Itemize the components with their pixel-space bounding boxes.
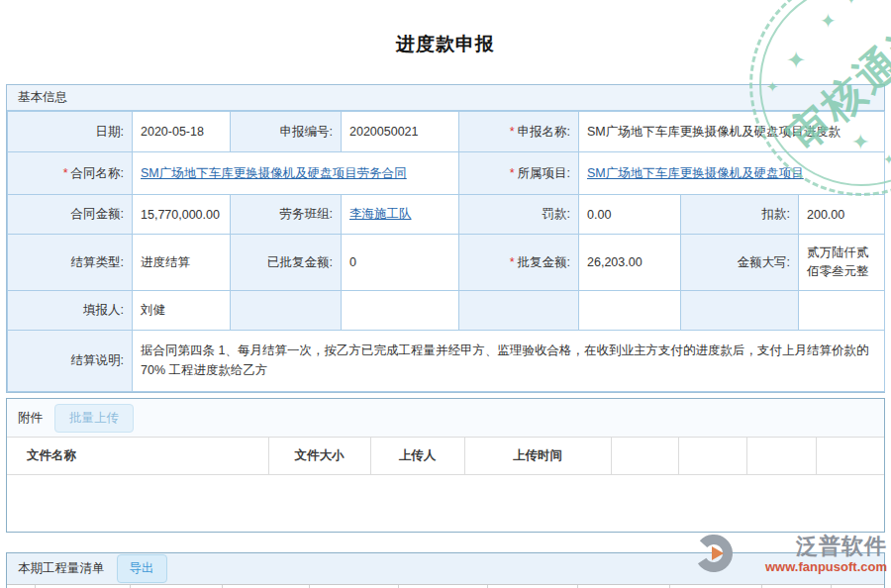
empty-header-cell	[678, 438, 746, 475]
file-name-header: 文件名称	[7, 438, 268, 475]
brand-name: 泛普软件	[796, 533, 887, 560]
project-link[interactable]: SM广场地下车库更换摄像机及硬盘项目	[587, 166, 804, 180]
date-label: 日期:	[8, 112, 133, 152]
file-size-header: 文件大小	[268, 438, 370, 475]
empty-label-cell	[231, 291, 342, 331]
attachments-section-title: 附件	[18, 410, 43, 427]
required-mark: *	[510, 125, 515, 139]
required-mark: *	[510, 166, 515, 180]
empty-label-cell	[459, 291, 579, 331]
declare-no-value: 2020050021	[342, 112, 459, 152]
quantity-list-cutoff-row	[7, 584, 884, 588]
table-row: 结算说明: 据合同第四条 1、每月结算一次，按乙方已完成工程量并经甲方、监理验收…	[8, 331, 885, 392]
contract-name-label: *合同名称:	[8, 152, 133, 195]
settle-note-label: 结算说明:	[8, 331, 133, 392]
empty-label-cell	[681, 291, 799, 331]
contract-amount-label: 合同金额:	[8, 195, 133, 235]
table-row: *合同名称: SM广场地下车库更换摄像机及硬盘项目劳务合同 *所属项目: SM广…	[8, 152, 885, 195]
approve-amount-label: *批复金额:	[459, 235, 579, 291]
uploader-header: 上传人	[370, 438, 464, 475]
table-row: 结算类型: 进度结算 已批复金额: 0 *批复金额: 26,203.00 金额大…	[8, 235, 885, 291]
star-icon: ✦	[845, 0, 857, 7]
quantity-list-section-title: 本期工程量清单	[18, 560, 105, 577]
table-row: 日期: 2020-05-18 申报编号: 2020050021 *申报名称: S…	[8, 112, 885, 152]
star-icon: ✦	[820, 9, 837, 33]
empty-header-cell	[816, 438, 884, 475]
amount-words-value: 贰万陆仟贰佰零叁元整	[799, 235, 885, 291]
contract-name-link[interactable]: SM广场地下车库更换摄像机及硬盘项目劳务合同	[141, 166, 407, 180]
empty-value-cell	[342, 291, 459, 331]
table-row: 合同金额: 15,770,000.00 劳务班组: 李海施工队 罚款: 0.00…	[8, 195, 885, 235]
attachments-empty-area	[7, 475, 884, 532]
contract-amount-value: 15,770,000.00	[133, 195, 231, 235]
batch-upload-button[interactable]: 批量上传	[54, 404, 134, 433]
fanpu-logo-icon	[693, 533, 735, 574]
basic-info-table: 日期: 2020-05-18 申报编号: 2020050021 *申报名称: S…	[7, 111, 885, 392]
approved-amount-label: 已批复金额:	[231, 235, 342, 291]
brand-site-url: www.fanpusoft.com	[765, 560, 887, 574]
required-mark: *	[63, 166, 68, 180]
project-label: *所属项目:	[459, 152, 579, 195]
export-button[interactable]: 导出	[117, 554, 167, 583]
labor-team-label: 劳务班组:	[231, 195, 342, 235]
settle-type-value: 进度结算	[133, 235, 231, 291]
penalty-value: 0.00	[579, 195, 681, 235]
table-row: 填报人: 刘健	[8, 291, 885, 331]
settle-type-label: 结算类型:	[8, 235, 133, 291]
deduction-label: 扣款:	[681, 195, 799, 235]
required-mark: *	[510, 255, 515, 269]
labor-team-value: 李海施工队	[342, 195, 459, 235]
attachments-section: 附件 批量上传 文件名称 文件大小 上传人 上传时间	[6, 398, 885, 533]
penalty-label: 罚款:	[459, 195, 579, 235]
empty-header-cell	[746, 438, 816, 475]
empty-value-cell	[799, 291, 885, 331]
upload-time-header: 上传时间	[464, 438, 611, 475]
contract-name-value: SM广场地下车库更换摄像机及硬盘项目劳务合同	[133, 152, 459, 195]
filler-value: 刘健	[133, 291, 231, 331]
basic-info-section: 基本信息 日期: 2020-05-18 申报编号: 2020050021 *申报…	[6, 84, 885, 393]
declare-name-label: *申报名称:	[459, 112, 579, 152]
basic-info-section-title: 基本信息	[7, 85, 884, 111]
deduction-value: 200.00	[799, 195, 885, 235]
date-value: 2020-05-18	[133, 112, 231, 152]
approve-amount-value: 26,203.00	[579, 235, 681, 291]
project-value: SM广场地下车库更换摄像机及硬盘项目	[579, 152, 885, 195]
empty-value-cell	[579, 291, 681, 331]
empty-header-cell	[611, 438, 678, 475]
settle-note-value: 据合同第四条 1、每月结算一次，按乙方已完成工程量并经甲方、监理验收合格，在收到…	[133, 331, 885, 392]
page-title: 进度款申报	[0, 32, 891, 57]
declare-name-value: SM广场地下车库更换摄像机及硬盘项目进度款	[579, 112, 885, 152]
attachments-table: 文件名称 文件大小 上传人 上传时间	[7, 437, 884, 475]
amount-words-label: 金额大写:	[681, 235, 799, 291]
brand-logo: 泛普软件 www.fanpusoft.com	[693, 533, 887, 574]
approved-amount-value: 0	[342, 235, 459, 291]
declare-no-label: 申报编号:	[231, 112, 342, 152]
labor-team-link[interactable]: 李海施工队	[349, 207, 412, 221]
attachments-header-row: 文件名称 文件大小 上传人 上传时间	[7, 438, 884, 475]
filler-label: 填报人:	[8, 291, 133, 331]
